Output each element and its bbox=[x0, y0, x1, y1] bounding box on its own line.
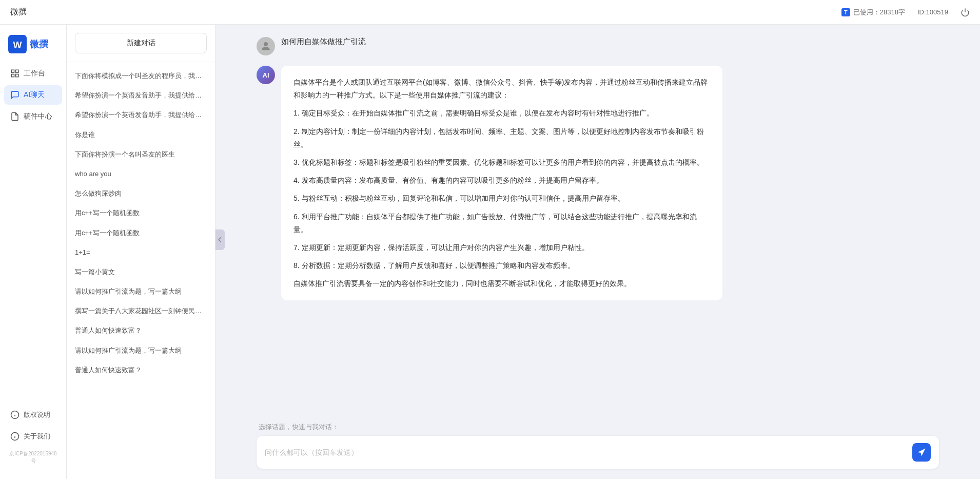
history-header: 新建对话 bbox=[67, 25, 215, 62]
topbar: 微撰 T 已使用：28318字 ID:100519 bbox=[0, 0, 980, 25]
logo-w-icon: W bbox=[8, 35, 27, 53]
chat-input[interactable] bbox=[265, 448, 907, 456]
ai-para-8: 8. 分析数据：定期分析数据，了解用户反馈和喜好，以便调整推广策略和内容发布频率… bbox=[293, 259, 710, 272]
info-icon bbox=[10, 410, 19, 419]
history-item-h8[interactable]: 用c++写一个随机函数 bbox=[67, 203, 215, 223]
chat-messages: 如何用自媒体做推广引流 AI 自媒体平台是个人或团队通过互联网平台(如博客、微博… bbox=[215, 25, 980, 414]
sidebar-item-drafts[interactable]: 稿件中心 bbox=[4, 107, 62, 126]
sidebar-item-copyright[interactable]: 版权说明 bbox=[4, 405, 62, 425]
left-nav: W 微撰 工作台 AI聊天 bbox=[0, 25, 67, 479]
history-item-h10[interactable]: 1+1= bbox=[67, 243, 215, 262]
history-item-h3[interactable]: 希望你扮演一个英语发音助手，我提供给你... bbox=[67, 105, 215, 125]
svg-point-13 bbox=[264, 42, 268, 46]
sidebar-item-about[interactable]: 关于我们 bbox=[4, 427, 62, 446]
sidebar-item-ai-chat-label: AI聊天 bbox=[24, 90, 45, 100]
input-area: 选择话题，快速与我对话： bbox=[215, 414, 980, 479]
top-right-info: T 已使用：28318字 ID:100519 bbox=[841, 8, 970, 17]
quick-topics-label: 选择话题，快速与我对话： bbox=[257, 423, 939, 432]
svg-rect-3 bbox=[11, 70, 14, 72]
history-list: 下面你将模拟成一个叫圣友的程序员，我说... 希望你扮演一个英语发音助手，我提供… bbox=[67, 62, 215, 479]
ai-para-0: 自媒体平台是个人或团队通过互联网平台(如博客、微博、微信公众号、抖音、快手等)发… bbox=[293, 76, 710, 102]
ai-para-4: 4. 发布高质量内容：发布高质量、有价值、有趣的内容可以吸引更多的粉丝，并提高用… bbox=[293, 174, 710, 187]
nav-items: 工作台 AI聊天 稿件中心 bbox=[0, 64, 66, 405]
new-chat-button[interactable]: 新建对话 bbox=[75, 33, 207, 53]
user-message-content: 如何用自媒体做推广引流 bbox=[281, 37, 366, 47]
power-icon[interactable] bbox=[961, 8, 970, 17]
history-item-h7[interactable]: 怎么做狗屎炒肉 bbox=[67, 184, 215, 203]
id-label: ID:100519 bbox=[917, 8, 948, 16]
history-item-h13[interactable]: 撰写一篇关于八大家花园社区一刻钟便民生... bbox=[67, 301, 215, 321]
svg-text:W: W bbox=[13, 40, 22, 50]
usage-info: T 已使用：28318字 bbox=[841, 8, 905, 17]
nav-bottom: 版权说明 关于我们 bbox=[0, 405, 66, 446]
ai-para-6: 6. 利用平台推广功能：自媒体平台都提供了推广功能，如广告投放、付费推广等，可以… bbox=[293, 210, 710, 236]
usage-icon: T bbox=[841, 8, 850, 16]
input-box bbox=[257, 436, 939, 469]
svg-rect-5 bbox=[11, 74, 14, 77]
sidebar-item-ai-chat[interactable]: AI聊天 bbox=[4, 85, 62, 105]
chat-main: 如何用自媒体做推广引流 AI 自媒体平台是个人或团队通过互联网平台(如博客、微博… bbox=[215, 25, 980, 479]
history-item-h6[interactable]: who are you bbox=[67, 164, 215, 184]
circle-info-icon bbox=[10, 432, 19, 441]
svg-rect-4 bbox=[16, 70, 18, 72]
sidebar-item-drafts-label: 稿件中心 bbox=[24, 112, 52, 121]
history-item-h14[interactable]: 普通人如何快速致富？ bbox=[67, 321, 215, 340]
ai-avatar: AI bbox=[257, 66, 275, 84]
history-item-h5[interactable]: 下面你将扮演一个名叫圣友的医生 bbox=[67, 145, 215, 164]
svg-rect-6 bbox=[16, 74, 18, 77]
user-avatar bbox=[257, 37, 275, 55]
user-message: 如何用自媒体做推广引流 bbox=[257, 37, 939, 55]
ai-para-3: 3. 优化标题和标签：标题和标签是吸引粉丝的重要因素。优化标题和标签可以让更多的… bbox=[293, 156, 710, 169]
send-icon bbox=[917, 448, 926, 457]
history-item-h2[interactable]: 希望你扮演一个英语发音助手，我提供给你... bbox=[67, 86, 215, 105]
ai-para-2: 2. 制定内容计划：制定一份详细的内容计划，包括发布时间、频率、主题、文案、图片… bbox=[293, 125, 710, 151]
grid-icon bbox=[10, 69, 19, 78]
logo-area: W 微撰 bbox=[0, 35, 66, 64]
ai-message: AI 自媒体平台是个人或团队通过互联网平台(如博客、微博、微信公众号、抖音、快手… bbox=[257, 66, 939, 300]
ai-para-9: 自媒体推广引流需要具备一定的内容创作和社交能力，同时也需要不断尝试和优化，才能取… bbox=[293, 277, 710, 290]
history-sidebar: 新建对话 下面你将模拟成一个叫圣友的程序员，我说... 希望你扮演一个英语发音助… bbox=[67, 25, 215, 479]
history-item-h16[interactable]: 普通人如何快速致富？ bbox=[67, 360, 215, 380]
doc-icon bbox=[10, 112, 19, 121]
history-item-h9[interactable]: 用c++写一个随机函数 bbox=[67, 223, 215, 243]
sidebar-item-about-label: 关于我们 bbox=[24, 432, 50, 441]
sidebar-item-copyright-label: 版权说明 bbox=[24, 410, 50, 419]
ai-message-content: 自媒体平台是个人或团队通过互联网平台(如博客、微博、微信公众号、抖音、快手等)发… bbox=[281, 66, 722, 300]
usage-label: 已使用：28318字 bbox=[853, 8, 905, 17]
history-item-h1[interactable]: 下面你将模拟成一个叫圣友的程序员，我说... bbox=[67, 66, 215, 86]
history-item-h11[interactable]: 写一篇小黄文 bbox=[67, 262, 215, 282]
history-item-h4[interactable]: 你是谁 bbox=[67, 125, 215, 145]
send-button[interactable] bbox=[912, 443, 931, 462]
sidebar-item-workspace[interactable]: 工作台 bbox=[4, 64, 62, 83]
toggle-sidebar-button[interactable] bbox=[215, 229, 225, 250]
logo-text: 微撰 bbox=[30, 38, 48, 50]
history-item-h12[interactable]: 请以如何推广引流为题，写一篇大纲 bbox=[67, 282, 215, 301]
history-item-h15[interactable]: 请以如何推广引流为题，写一篇大纲 bbox=[67, 341, 215, 360]
ai-para-5: 5. 与粉丝互动：积极与粉丝互动，回复评论和私信，可以增加用户对你的认可和信任，… bbox=[293, 192, 710, 205]
ai-para-7: 7. 定期更新：定期更新内容，保持活跃度，可以让用户对你的内容产生兴趣，增加用户… bbox=[293, 241, 710, 254]
app-title: 微撰 bbox=[10, 7, 841, 17]
sidebar-item-workspace-label: 工作台 bbox=[24, 69, 45, 78]
chat-icon bbox=[10, 90, 19, 100]
ai-para-1: 1. 确定目标受众：在开始自媒体推广引流之前，需要明确目标受众是谁，以便在发布内… bbox=[293, 107, 710, 120]
icp-text: 京ICP备2022015948号 bbox=[0, 446, 66, 469]
